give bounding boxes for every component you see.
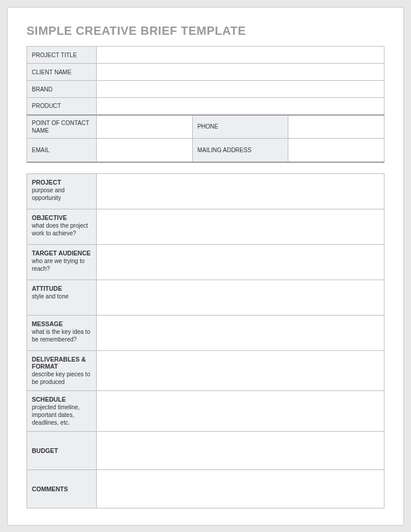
project-section-label: PROJECT purpose and opportunity bbox=[27, 173, 97, 209]
header-table: PROJECT TITLE CLIENT NAME BRAND PRODUCT … bbox=[27, 46, 384, 163]
schedule-sub: projected timeline, important dates, dea… bbox=[32, 403, 91, 426]
message-sub: what is the key idea to be remembered? bbox=[32, 328, 91, 343]
message-section-label: MESSAGE what is the key idea to be remem… bbox=[27, 315, 97, 350]
attitude-heading: ATTITUDE bbox=[32, 285, 91, 292]
mailing-address-label: MAILING ADDRESS bbox=[192, 139, 288, 162]
target-audience-section-input[interactable] bbox=[97, 244, 384, 280]
attitude-section-input[interactable] bbox=[97, 280, 384, 315]
schedule-heading: SCHEDULE bbox=[32, 396, 91, 403]
deliverables-sub: describe key pieces to be produced bbox=[32, 370, 91, 386]
deliverables-section-label: DELIVERABLES & FORMAT describe key piece… bbox=[27, 350, 97, 390]
client-name-label: CLIENT NAME bbox=[27, 64, 97, 81]
document-page: SIMPLE CREATIVE BRIEF TEMPLATE PROJECT T… bbox=[7, 7, 404, 526]
page-title: SIMPLE CREATIVE BRIEF TEMPLATE bbox=[27, 24, 384, 38]
project-sub: purpose and opportunity bbox=[32, 186, 91, 202]
project-heading: PROJECT bbox=[32, 179, 91, 186]
deliverables-heading: DELIVERABLES & FORMAT bbox=[32, 356, 91, 370]
contact-name-input[interactable] bbox=[97, 115, 193, 139]
schedule-section-label: SCHEDULE projected timeline, important d… bbox=[27, 390, 97, 431]
comments-section-label: COMMENTS bbox=[27, 469, 97, 508]
budget-heading: BUDGET bbox=[32, 447, 91, 454]
brand-label: BRAND bbox=[27, 81, 97, 98]
schedule-section-input[interactable] bbox=[97, 390, 384, 431]
objective-heading: OBJECTIVE bbox=[32, 214, 91, 221]
client-name-input[interactable] bbox=[97, 64, 384, 81]
project-title-input[interactable] bbox=[97, 47, 384, 64]
contact-name-label: POINT OF CONTACT NAME bbox=[27, 115, 97, 139]
budget-section-label: BUDGET bbox=[27, 431, 97, 469]
product-input[interactable] bbox=[97, 98, 384, 115]
email-label: EMAIL bbox=[27, 139, 97, 162]
project-section-input[interactable] bbox=[97, 173, 384, 209]
message-heading: MESSAGE bbox=[32, 320, 91, 327]
phone-label: PHONE bbox=[192, 115, 288, 139]
sections-table: PROJECT purpose and opportunity OBJECTIV… bbox=[27, 173, 384, 508]
target-audience-section-label: TARGET AUDIENCE who are we trying to rea… bbox=[27, 244, 97, 280]
attitude-section-label: ATTITUDE style and tone bbox=[27, 280, 97, 315]
phone-input[interactable] bbox=[288, 115, 384, 139]
target-audience-heading: TARGET AUDIENCE bbox=[32, 249, 91, 257]
email-input[interactable] bbox=[97, 139, 193, 162]
objective-section-label: OBJECTIVE what does the project work to … bbox=[27, 209, 97, 244]
product-label: PRODUCT bbox=[27, 98, 97, 115]
target-audience-sub: who are we trying to reach? bbox=[32, 257, 91, 272]
budget-section-input[interactable] bbox=[97, 431, 384, 469]
objective-section-input[interactable] bbox=[97, 209, 384, 244]
comments-heading: COMMENTS bbox=[32, 485, 91, 492]
message-section-input[interactable] bbox=[97, 315, 384, 350]
mailing-address-input[interactable] bbox=[288, 139, 384, 162]
project-title-label: PROJECT TITLE bbox=[27, 47, 97, 64]
deliverables-section-input[interactable] bbox=[97, 350, 384, 390]
brand-input[interactable] bbox=[97, 81, 384, 98]
objective-sub: what does the project work to achieve? bbox=[32, 222, 91, 237]
attitude-sub: style and tone bbox=[32, 293, 91, 300]
comments-section-input[interactable] bbox=[97, 469, 384, 508]
